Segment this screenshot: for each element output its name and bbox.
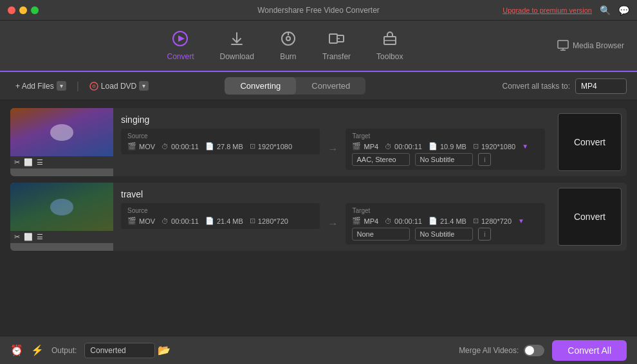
toolbar: + Add Files ▾ | Load DVD ▾ Converting Co… <box>0 72 637 100</box>
convert-all-to: Convert all tasks to: MP4 MKV AVI MOV <box>503 78 627 94</box>
convert-all-btn[interactable]: Convert All <box>552 340 627 361</box>
target-meta-singing: 🎬 MP4 ⏱ 00:00:11 📄 10.9 MB ⊡ <box>352 142 538 150</box>
source-meta-travel: 🎬 MOV ⏱ 00:00:11 📄 21.4 MB ⊡ <box>127 217 313 225</box>
target-label-singing: Target <box>352 132 538 140</box>
merge-toggle[interactable] <box>524 345 544 356</box>
tab-converting[interactable]: Converting <box>225 77 296 95</box>
svg-point-16 <box>50 124 73 141</box>
format-select[interactable]: MP4 MKV AVI MOV <box>575 78 627 94</box>
divider-1: | <box>77 80 79 92</box>
info-btn-travel[interactable]: i <box>478 228 491 241</box>
load-dvd-btn[interactable]: Load DVD ▾ <box>84 78 154 93</box>
video-info-singing: singing Source 🎬 MOV ⏱ 00:00:11 <box>113 108 553 176</box>
source-meta-singing: 🎬 MOV ⏱ 00:00:11 📄 27.8 MB ⊡ <box>127 142 313 150</box>
output-label: Output: <box>51 346 77 355</box>
source-format-singing: 🎬 MOV <box>127 142 155 150</box>
target-resolution-singing: ⊡ 1920*1080 <box>473 142 515 150</box>
source-duration-singing: ⏱ 00:00:11 <box>162 143 199 150</box>
download-nav-icon <box>228 30 245 50</box>
tab-converted[interactable]: Converted <box>296 77 365 95</box>
chat-icon[interactable]: 💬 <box>618 5 629 15</box>
search-icon[interactable]: 🔍 <box>600 5 611 15</box>
add-files-btn[interactable]: + Add Files ▾ <box>10 78 71 93</box>
content-area: ✂ ⬜ ☰ singing Source 🎬 MOV ⏱ <box>0 100 637 336</box>
svg-point-15 <box>93 85 95 87</box>
svg-point-17 <box>50 199 73 215</box>
cut-icon-travel[interactable]: ✂ <box>14 233 20 241</box>
source-target-row-travel: Source 🎬 MOV ⏱ 00:00:11 📄 21.4 MB <box>121 203 545 244</box>
clock-icon-singing: ⏱ <box>162 143 169 150</box>
source-size-singing: 📄 27.8 MB <box>205 142 243 150</box>
media-browser-label: Media Browser <box>573 41 624 50</box>
arrow-icon-travel: → <box>328 218 338 230</box>
nav-convert-label: Convert <box>167 52 194 61</box>
nav-burn[interactable]: Burn <box>280 30 297 61</box>
svg-rect-6 <box>329 34 337 43</box>
target-size-travel: 📄 21.4 MB <box>429 217 466 225</box>
target-label-travel: Target <box>352 207 538 214</box>
convert-btn-travel[interactable]: Convert <box>558 188 622 246</box>
audio-select-travel[interactable]: None AAC, Stereo <box>352 228 410 241</box>
bottom-bar: ⏰ ⚡ Output: Converted Desktop 📂 Merge Al… <box>0 336 637 364</box>
svg-point-14 <box>90 82 98 90</box>
subtitle-select-singing[interactable]: No Subtitle SRT <box>415 153 473 166</box>
upgrade-link[interactable]: Upgrade to premium version <box>503 6 592 14</box>
video-info-travel: travel Source 🎬 MOV ⏱ 00:00:11 <box>113 183 553 251</box>
info-btn-singing[interactable]: i <box>478 153 491 166</box>
merge-section: Merge All Videos: <box>459 345 544 356</box>
traffic-lights <box>8 6 39 14</box>
nav-toolbox[interactable]: Toolbox <box>376 30 403 61</box>
output-select[interactable]: Converted Desktop <box>84 343 155 358</box>
subtitle-select-travel[interactable]: No Subtitle SRT <box>415 228 473 241</box>
toggle-knob <box>525 346 534 355</box>
target-format-badge-singing: MP4 <box>364 143 378 150</box>
media-browser-btn[interactable]: Media Browser <box>557 40 624 51</box>
crop-icon-singing[interactable]: ⬜ <box>24 158 33 167</box>
clock-bottom-icon[interactable]: ⏰ <box>10 344 23 356</box>
file-icon-singing: 📄 <box>205 142 214 150</box>
target-box-travel: Target 🎬 MP4 ⏱ 00:00:11 📄 2 <box>346 203 544 244</box>
target-resolution-travel: ⊡ 1280*720 <box>473 217 512 225</box>
load-dvd-dropdown-arrow[interactable]: ▾ <box>139 81 149 91</box>
settings-icon-travel[interactable]: ☰ <box>37 233 43 241</box>
convert-all-to-label: Convert all tasks to: <box>503 82 570 91</box>
close-button[interactable] <box>8 6 15 14</box>
toolbox-nav-icon <box>382 30 398 50</box>
nav-transfer[interactable]: Transfer <box>322 30 351 61</box>
svg-marker-1 <box>178 35 185 42</box>
thumb-art-travel <box>10 183 113 231</box>
title-bar: Wondershare Free Video Converter Upgrade… <box>0 0 637 21</box>
maximize-button[interactable] <box>31 6 39 14</box>
settings-icon-singing[interactable]: ☰ <box>37 158 43 167</box>
target-format-row-travel: 🎬 MP4 <box>352 217 378 225</box>
target-size-singing: 📄 10.9 MB <box>429 142 466 150</box>
video-thumb-singing: ✂ ⬜ ☰ <box>10 108 113 176</box>
minimize-button[interactable] <box>19 6 27 14</box>
source-resolution-singing: ⊡ 1920*1080 <box>250 142 292 150</box>
add-files-dropdown-arrow[interactable]: ▾ <box>57 81 66 91</box>
target-dropdown-arrow-travel[interactable]: ▼ <box>518 217 524 224</box>
cut-icon-singing[interactable]: ✂ <box>14 158 20 167</box>
thumb-controls-travel: ✂ ⬜ ☰ <box>10 231 113 243</box>
nav-transfer-label: Transfer <box>322 52 351 61</box>
source-label-travel: Source <box>127 207 313 214</box>
convert-btn-singing[interactable]: Convert <box>558 113 622 171</box>
lightning-icon[interactable]: ⚡ <box>31 344 44 356</box>
target-format-badge-travel: MP4 <box>364 217 378 225</box>
crop-icon-travel[interactable]: ⬜ <box>24 233 33 241</box>
nav-convert[interactable]: Convert <box>167 30 194 61</box>
output-select-wrap: Converted Desktop 📂 <box>84 343 171 358</box>
nav-bar: Convert Download Burn <box>0 21 637 72</box>
target-duration-singing: ⏱ 00:00:11 <box>385 143 422 150</box>
thumb-controls-singing: ✂ ⬜ ☰ <box>10 156 113 168</box>
merge-label: Merge All Videos: <box>459 346 519 355</box>
video-card-singing: ✂ ⬜ ☰ singing Source 🎬 MOV ⏱ <box>10 108 627 176</box>
nav-download[interactable]: Download <box>220 30 254 61</box>
folder-icon[interactable]: 📂 <box>158 344 171 356</box>
load-dvd-label: Load DVD <box>101 82 136 91</box>
audio-select-singing[interactable]: AAC, Stereo MP3 <box>352 153 410 166</box>
add-files-label: + Add Files <box>15 82 54 91</box>
source-label-singing: Source <box>127 132 313 140</box>
target-duration-travel: ⏱ 00:00:11 <box>385 217 422 225</box>
target-dropdown-arrow-singing[interactable]: ▼ <box>522 143 528 150</box>
